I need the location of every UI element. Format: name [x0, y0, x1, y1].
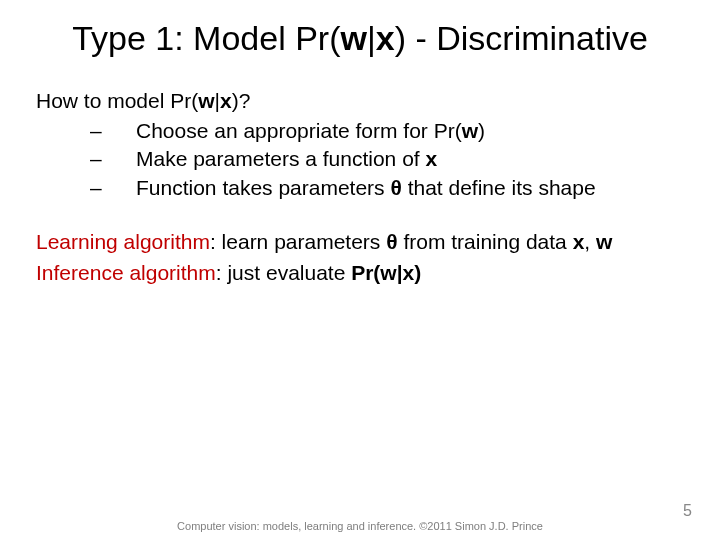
learn-theta: θ	[386, 230, 397, 253]
footer-text: Computer vision: models, learning and in…	[0, 520, 720, 532]
infer-expr: Pr(w|x)	[351, 261, 421, 284]
inference-line: Inference algorithm: just evaluate Pr(w|…	[36, 259, 684, 287]
learn-w: w	[596, 230, 612, 253]
b0-bold: w	[462, 119, 478, 142]
q-w: w	[198, 89, 214, 112]
q-x: x	[220, 89, 232, 112]
bullet-text: Make parameters a function of x	[136, 145, 437, 173]
list-item: – Function takes parameters θ that defin…	[90, 174, 684, 202]
b0-post: )	[478, 119, 485, 142]
learn-mid: from training data	[398, 230, 573, 253]
page-number: 5	[683, 502, 692, 520]
bullet-text: Function takes parameters θ that define …	[136, 174, 596, 202]
infer-label: Inference algorithm	[36, 261, 216, 284]
title-x: x	[376, 19, 395, 57]
infer-pre: : just evaluate	[216, 261, 351, 284]
bullet-list: – Choose an appropriate form for Pr(w) –…	[90, 117, 684, 202]
list-item: – Choose an appropriate form for Pr(w)	[90, 117, 684, 145]
learn-pre: : learn parameters	[210, 230, 386, 253]
learning-line: Learning algorithm: learn parameters θ f…	[36, 228, 684, 256]
title-mid: |	[367, 19, 376, 57]
b2-pre: Function takes parameters	[136, 176, 390, 199]
title-w: w	[341, 19, 367, 57]
list-item: – Make parameters a function of x	[90, 145, 684, 173]
bullet-text: Choose an appropriate form for Pr(w)	[136, 117, 485, 145]
learn-label: Learning algorithm	[36, 230, 210, 253]
question-line: How to model Pr(w|x)?	[36, 87, 684, 115]
slide-title: Type 1: Model Pr(w|x) - Discriminative	[36, 18, 684, 59]
b2-bold: θ	[390, 176, 401, 199]
learn-x: x	[573, 230, 585, 253]
b1-bold: x	[425, 147, 437, 170]
b0-pre: Choose an appropriate form for Pr(	[136, 119, 462, 142]
dash-icon: –	[90, 145, 136, 173]
b2-post: that define its shape	[402, 176, 596, 199]
learn-comma: ,	[584, 230, 596, 253]
slide-body: How to model Pr(w|x)? – Choose an approp…	[36, 87, 684, 287]
b1-pre: Make parameters a function of	[136, 147, 425, 170]
q-pre: How to model Pr(	[36, 89, 198, 112]
q-post: )?	[232, 89, 251, 112]
dash-icon: –	[90, 174, 136, 202]
title-post: ) - Discriminative	[395, 19, 648, 57]
dash-icon: –	[90, 117, 136, 145]
title-pre: Type 1: Model Pr(	[72, 19, 340, 57]
